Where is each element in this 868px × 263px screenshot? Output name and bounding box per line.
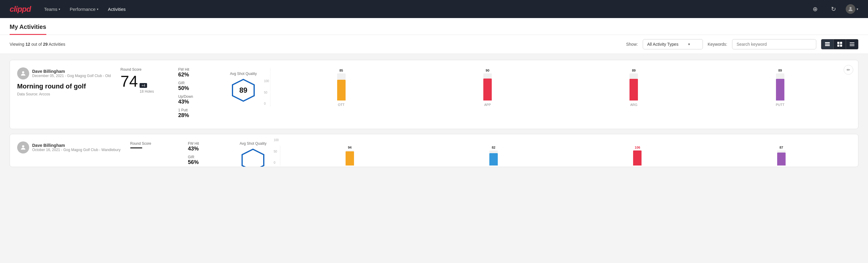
data-source: Data Source: Arccos <box>17 92 111 96</box>
svg-rect-7 <box>840 45 842 47</box>
activity-title: Morning round of golf <box>17 83 111 90</box>
hex-score: 89 <box>239 86 248 94</box>
round-score-label: Round Score <box>120 67 168 71</box>
activity-type-dropdown[interactable]: All Activity Types ▾ <box>643 39 703 49</box>
score-details: +4 18 Holes <box>140 74 154 93</box>
updown-value: 43% <box>178 99 220 105</box>
y-axis-2: 100 50 0 <box>274 139 279 166</box>
avatar-2 <box>17 141 29 153</box>
score-value: 74 <box>120 74 138 89</box>
bar-chart-2: 100 50 0 94 82 <box>274 141 851 167</box>
bar-arg-value-2: 106 <box>634 146 640 149</box>
updown-label: Up/Down <box>178 94 220 99</box>
view-list-button[interactable] <box>822 39 834 49</box>
activity-card-2: Dave Billingham October 16, 2021 - Gog M… <box>10 134 858 167</box>
round-score-label-2: Round Score <box>130 141 178 146</box>
view-grid-button[interactable] <box>834 39 846 49</box>
hexagon: 89 <box>231 78 255 102</box>
gir-value-2: 56% <box>188 159 230 166</box>
user-name: Dave Billingham <box>32 69 111 74</box>
avg-shot-label: Avg Shot Quality <box>230 71 256 76</box>
nav-activities-label: Activities <box>108 7 126 12</box>
svg-rect-8 <box>850 42 855 43</box>
activity-info: Dave Billingham December 05, 2021 - Gog … <box>17 67 111 96</box>
page-title: My Activities <box>10 18 46 35</box>
view-compact-button[interactable] <box>846 39 858 49</box>
avg-shot-label-2: Avg Shot Quality <box>240 141 267 146</box>
gir-label: GIR <box>178 81 220 85</box>
bar-app-label: APP <box>484 103 491 107</box>
bar-arg-value: 89 <box>632 68 636 72</box>
bar-putt-label: PUTT <box>776 103 784 107</box>
fw-hit-row-2: FW Hit 43% <box>188 141 230 152</box>
bar-arg: 89 ARG <box>563 68 704 107</box>
svg-rect-2 <box>825 43 830 45</box>
fw-hit-label: FW Hit <box>178 67 220 71</box>
score-holes: 18 Holes <box>140 90 154 93</box>
nav-teams-label: Teams <box>44 7 57 12</box>
bar-app-value-2: 82 <box>492 146 495 149</box>
hexagon-wrapper-2: Avg Shot Quality <box>240 141 267 167</box>
updown-row: Up/Down 43% <box>178 94 220 105</box>
fw-hit-row: FW Hit 62% <box>178 67 220 78</box>
view-toggle <box>821 39 858 49</box>
navbar: clippd Teams ▾ Performance ▾ Activities … <box>0 0 868 18</box>
fw-hit-value-2: 43% <box>188 146 230 152</box>
user-name-2: Dave Billingham <box>32 143 121 148</box>
bar-ott-fill <box>337 80 346 100</box>
quality-section: Avg Shot Quality 89 100 50 0 <box>230 67 851 107</box>
hexagon-wrapper: Avg Shot Quality 89 <box>230 67 256 107</box>
score-partial <box>130 147 178 148</box>
nav-item-performance[interactable]: Performance ▾ <box>70 5 98 13</box>
keywords-label: Keywords: <box>708 42 727 47</box>
svg-point-11 <box>22 71 24 74</box>
avatar <box>846 4 856 14</box>
oneputt-value: 28% <box>178 112 220 119</box>
activity-type-value: All Activity Types <box>647 42 679 47</box>
bar-arg-fill <box>629 79 638 100</box>
user-menu[interactable]: ▾ <box>846 4 858 14</box>
hexagon-2 <box>241 148 265 167</box>
score-dash <box>130 147 142 148</box>
bar-putt-value-2: 87 <box>780 146 783 149</box>
bar-app-value: 90 <box>486 68 489 72</box>
bar-app: 90 APP <box>417 68 558 107</box>
y-axis: 100 50 0 <box>264 80 269 107</box>
bar-arg-2: 106 <box>568 146 707 166</box>
add-icon[interactable]: ⊕ <box>813 5 818 12</box>
total-number: 29 <box>43 42 48 47</box>
score-badge: +4 <box>140 83 147 88</box>
nav-item-activities[interactable]: Activities <box>108 5 126 13</box>
nav-item-teams[interactable]: Teams ▾ <box>44 5 60 13</box>
brand-logo: clippd <box>10 4 31 14</box>
main-content: ✏ Dave Billingham December 05, 2021 - Go… <box>0 54 868 178</box>
gir-label-2: GIR <box>188 155 230 159</box>
svg-rect-6 <box>837 45 839 47</box>
fw-hit-value: 62% <box>178 71 220 78</box>
avatar <box>17 67 29 80</box>
bar-arg-label: ARG <box>630 103 637 107</box>
search-input[interactable] <box>732 39 816 49</box>
bar-app-2: 82 <box>424 146 563 166</box>
user-details-2: Dave Billingham October 16, 2021 - Gog M… <box>32 143 121 152</box>
user-date: December 05, 2021 - Gog Magog Golf Club … <box>32 74 111 78</box>
fw-hit-label-2: FW Hit <box>188 141 230 146</box>
svg-rect-1 <box>825 42 830 43</box>
svg-rect-5 <box>840 42 842 44</box>
user-menu-chevron: ▾ <box>857 7 858 11</box>
bar-chart: 100 50 0 85 OTT 90 <box>264 67 851 107</box>
bar-ott-label: OTT <box>338 103 345 107</box>
svg-marker-14 <box>242 149 264 167</box>
user-details: Dave Billingham December 05, 2021 - Gog … <box>32 69 111 78</box>
user-info-2: Dave Billingham October 16, 2021 - Gog M… <box>17 141 121 153</box>
oneputt-row: 1 Putt 28% <box>178 108 220 119</box>
stats-section: FW Hit 62% GIR 50% Up/Down 43% 1 Putt 28… <box>178 67 220 122</box>
svg-rect-10 <box>850 46 855 46</box>
refresh-icon[interactable]: ↻ <box>831 5 836 12</box>
bar-putt-value: 89 <box>778 68 782 72</box>
nav-teams-chevron: ▾ <box>59 7 60 11</box>
activity-card: ✏ Dave Billingham December 05, 2021 - Go… <box>10 60 858 129</box>
bar-ott-2: 94 <box>280 146 419 166</box>
edit-button[interactable]: ✏ <box>844 65 853 75</box>
show-label: Show: <box>626 42 638 47</box>
